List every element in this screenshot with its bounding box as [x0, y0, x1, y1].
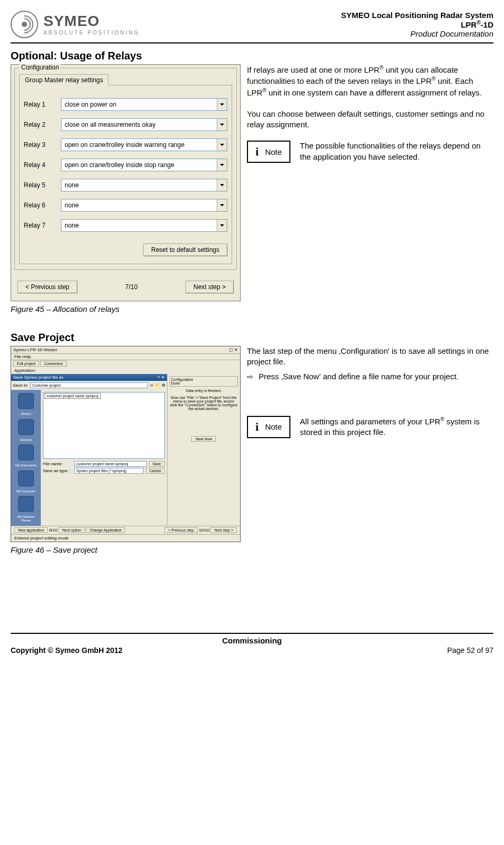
cancel-button[interactable]: Cancel	[146, 468, 165, 474]
logo-icon	[11, 11, 38, 38]
save-in-select[interactable]: Customer project	[30, 382, 148, 388]
save-button[interactable]: Save	[149, 461, 165, 467]
config-heading: Configuration	[171, 378, 236, 381]
page-number: Page 52 of 97	[447, 646, 493, 655]
relay2-select[interactable]: close on all measurements okay	[61, 118, 227, 131]
wizard-nav: < Previous step 7/10 Next step >	[11, 273, 240, 301]
right-text-2: Now use "File"->"Save Project" from the …	[170, 396, 238, 411]
relay-label: Relay 7	[24, 222, 56, 229]
note-row: i Note The possible functionalities of t…	[247, 141, 493, 163]
chevron-down-icon[interactable]	[217, 199, 227, 211]
para-relays-choice: You can choose between default settings,…	[247, 109, 493, 130]
chevron-down-icon[interactable]	[217, 220, 227, 231]
change-application-button[interactable]: Change Application	[86, 527, 125, 533]
para-relays-intro: If relays are used at one or more LPR® u…	[247, 64, 493, 98]
previous-step-button-2[interactable]: < Previous step	[164, 527, 197, 533]
next-step-button[interactable]: Next step >	[185, 281, 234, 293]
relay-row: Relay 6 none	[24, 199, 227, 212]
relay-label: Relay 5	[24, 181, 56, 189]
help-close-icon: ? ✕	[157, 375, 165, 380]
wizard-title: Symeo LPR 1D Wizard	[13, 347, 57, 352]
recent-icon[interactable]	[18, 393, 34, 409]
configuration-groupbox: Configuration Group Master relay setting…	[14, 68, 237, 270]
next-option-button[interactable]: Next option	[58, 527, 84, 533]
para-save-intro: The last step of the menu ‚Configuration…	[247, 346, 493, 368]
relay-label: Relay 1	[24, 101, 56, 108]
tab-group-master-relay[interactable]: Group Master relay settings	[19, 74, 109, 85]
right-text-1: Data entry is finished.	[170, 389, 238, 393]
figure-caption-45: Figure 45 – Allocation of relays	[11, 304, 241, 313]
bullet-text: Press ‚Save Now' and define a file name …	[259, 372, 458, 381]
chevron-down-icon[interactable]	[217, 179, 227, 191]
reset-defaults-button[interactable]: Reset to default settings	[143, 243, 227, 256]
relay1-select[interactable]: close on power on	[61, 98, 227, 111]
chevron-down-icon[interactable]	[217, 99, 227, 110]
relay-label: Relay 2	[24, 121, 56, 128]
note-box: i Note	[247, 141, 290, 163]
save-project-screenshot: Symeo LPR 1D Wizard▢ ✕ File Help Edit pr…	[11, 346, 241, 542]
step-indicator: 7/10	[125, 283, 137, 291]
status-bar: Entered project editing mode	[11, 534, 240, 542]
relay3-select[interactable]: open on crane/trolley inside warning ran…	[61, 138, 227, 151]
previous-step-button[interactable]: < Previous step	[17, 281, 77, 293]
relay4-select[interactable]: open on crane/trolley inside stop range	[61, 159, 227, 171]
note-row: i Note All settings and parameters of yo…	[247, 416, 493, 438]
relay-dialog: Configuration Group Master relay setting…	[11, 64, 241, 301]
save-type-select[interactable]: Symeo project files (*.symproj)	[74, 468, 144, 474]
chevron-down-icon[interactable]	[217, 159, 227, 171]
doc-title: SYMEO Local Positioning Radar System LPR…	[341, 11, 493, 38]
filename-input[interactable]: customer project name.symproj	[74, 461, 147, 467]
menubar[interactable]: File Help	[11, 354, 240, 360]
save-type-label: Save as type:	[43, 468, 72, 473]
footer-bar: Copyright © Symeo GmbH 2012 Page 52 of 9…	[11, 646, 493, 655]
section-title-relays: Optional: Usage of Relays	[11, 50, 493, 62]
places-bar: Recent Desktop My Documents My Computer …	[11, 390, 41, 526]
relay7-select[interactable]: none	[61, 219, 227, 232]
app-label: Application	[11, 367, 240, 374]
copyright: Copyright © Symeo GmbH 2012	[11, 646, 122, 655]
relay5-select[interactable]: none	[61, 179, 227, 191]
chevron-down-icon[interactable]	[217, 119, 227, 130]
tab-edit-project[interactable]: Edit project	[13, 361, 39, 367]
doc-title-line2: LPR®-1D	[341, 20, 493, 29]
relay-row: Relay 5 none	[24, 179, 227, 191]
note-label: Note	[265, 147, 282, 156]
tab-panel: Relay 1 close on power on Relay 2 close …	[19, 85, 232, 264]
note-box: i Note	[247, 416, 290, 438]
filename-label: File name:	[43, 461, 72, 466]
bullet-item: ⇨ Press ‚Save Now' and define a file nam…	[247, 372, 493, 381]
new-application-button[interactable]: New application	[14, 527, 48, 533]
logo-subtext: ABSOLUTE POSITIONING	[43, 30, 140, 36]
documents-icon[interactable]	[18, 445, 34, 460]
groupbox-legend: Configuration	[19, 64, 61, 71]
footer-section: Commissioning	[11, 633, 493, 645]
config-status: Done	[171, 381, 236, 385]
note-text: All settings and parameters of your LPR®…	[300, 416, 493, 438]
arrow-icon: ⇨	[247, 372, 253, 381]
relay-row: Relay 7 none	[24, 219, 227, 232]
next-step-button-2[interactable]: Next step >	[210, 527, 237, 533]
toolbar-icons[interactable]: ⇦ 📁 ⚙	[150, 383, 165, 388]
save-dialog-title: Save Symeo project file as? ✕	[11, 374, 167, 381]
chevron-down-icon[interactable]	[217, 139, 227, 151]
save-now-button[interactable]: Save Now	[191, 436, 216, 442]
desktop-icon[interactable]	[18, 419, 34, 435]
file-list-item[interactable]: customer project name.symproj	[45, 393, 101, 399]
relay-row: Relay 3 open on crane/trolley inside war…	[24, 138, 227, 151]
save-in-label: Save in:	[13, 383, 28, 388]
figure-caption-46: Figure 46 – Save project	[11, 545, 241, 554]
computer-icon[interactable]	[18, 471, 34, 486]
note-text: The possible functionalities of the rela…	[300, 141, 493, 162]
relay-row: Relay 4 open on crane/trolley inside sto…	[24, 159, 227, 171]
tab-connection[interactable]: Connection	[40, 361, 66, 367]
page-header: SYMEO ABSOLUTE POSITIONING SYMEO Local P…	[11, 11, 493, 43]
section-title-save: Save Project	[11, 332, 493, 344]
note-label: Note	[265, 422, 282, 431]
relay-row: Relay 2 close on all measurements okay	[24, 118, 227, 131]
relay-label: Relay 6	[24, 202, 56, 209]
logo: SYMEO ABSOLUTE POSITIONING	[11, 11, 140, 38]
logo-text: SYMEO	[43, 14, 140, 29]
relay6-select[interactable]: none	[61, 199, 227, 212]
info-icon: i	[255, 145, 259, 159]
network-icon[interactable]	[18, 496, 34, 512]
